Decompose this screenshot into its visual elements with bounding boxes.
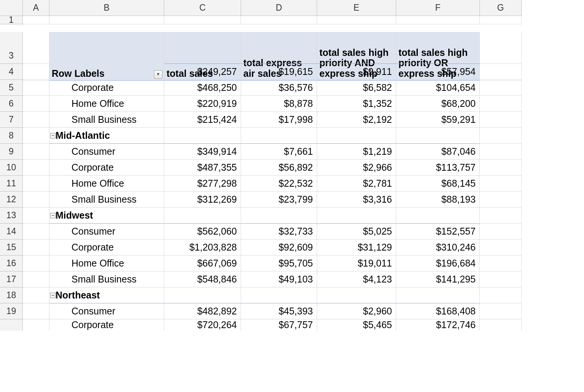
value-cell[interactable]: $7,661	[241, 144, 317, 160]
value-cell[interactable]: $168,408	[396, 303, 480, 319]
value-cell[interactable]: $720,264	[164, 319, 241, 331]
row-header[interactable]: 4	[0, 64, 23, 80]
row-header[interactable]: 10	[0, 160, 23, 176]
value-cell[interactable]: $1,219	[317, 144, 396, 160]
cell[interactable]	[23, 240, 49, 256]
value-cell[interactable]: $1,352	[317, 96, 396, 112]
row-header[interactable]: 9	[0, 144, 23, 160]
row-header[interactable]: 3	[0, 48, 23, 64]
col-header-D[interactable]: D	[241, 0, 317, 16]
value-cell[interactable]: $2,192	[317, 112, 396, 128]
value-cell[interactable]: $19,011	[317, 256, 396, 271]
value-cell[interactable]: $2,960	[317, 303, 396, 319]
select-all-corner[interactable]	[0, 0, 23, 16]
value-cell[interactable]: $88,193	[396, 192, 480, 208]
collapse-icon[interactable]: −	[50, 133, 56, 138]
cell[interactable]	[480, 112, 522, 128]
cell[interactable]	[480, 96, 522, 112]
filter-dropdown-button[interactable]: ▼	[154, 70, 162, 79]
value-cell[interactable]: $220,919	[164, 96, 241, 112]
value-cell[interactable]: $22,532	[241, 176, 317, 192]
row-header[interactable]: 12	[0, 192, 23, 208]
cell[interactable]	[480, 128, 522, 144]
cell[interactable]	[480, 192, 522, 208]
pivot-segment-row[interactable]: Small Business	[49, 271, 164, 287]
pivot-region-row[interactable]: −Northeast	[49, 287, 164, 303]
row-header[interactable]: 18	[0, 287, 23, 303]
value-cell[interactable]	[317, 208, 396, 224]
value-cell[interactable]	[164, 287, 241, 303]
cell[interactable]	[23, 319, 49, 331]
row-header[interactable]: 5	[0, 80, 23, 96]
col-header-A[interactable]: A	[23, 0, 49, 16]
col-header-F[interactable]: F	[396, 0, 480, 16]
row-header[interactable]: 16	[0, 256, 23, 271]
pivot-segment-row[interactable]: Consumer	[49, 224, 164, 240]
value-cell[interactable]: $482,892	[164, 303, 241, 319]
cell[interactable]	[480, 271, 522, 287]
row-header[interactable]: 14	[0, 224, 23, 240]
value-cell[interactable]: $8,878	[241, 96, 317, 112]
cell[interactable]	[23, 176, 49, 192]
value-cell[interactable]	[164, 208, 241, 224]
cell[interactable]	[480, 256, 522, 271]
value-cell[interactable]: $23,799	[241, 192, 317, 208]
value-cell[interactable]: $19,615	[241, 64, 317, 80]
cell[interactable]	[241, 16, 317, 24]
cell[interactable]	[23, 160, 49, 176]
value-cell[interactable]	[396, 287, 480, 303]
value-cell[interactable]	[164, 48, 241, 64]
value-cell[interactable]: $68,200	[396, 96, 480, 112]
value-cell[interactable]: $349,914	[164, 144, 241, 160]
cell[interactable]	[480, 48, 522, 64]
value-cell[interactable]: $2,966	[317, 160, 396, 176]
cell[interactable]	[164, 16, 241, 24]
value-cell[interactable]: $152,557	[396, 224, 480, 240]
cell[interactable]	[23, 16, 49, 24]
row-header[interactable]: 13	[0, 208, 23, 224]
value-cell[interactable]: $87,046	[396, 144, 480, 160]
value-cell[interactable]: $310,246	[396, 240, 480, 256]
value-cell[interactable]: $45,393	[241, 303, 317, 319]
row-header[interactable]: 15	[0, 240, 23, 256]
value-cell[interactable]: $548,846	[164, 271, 241, 287]
value-cell[interactable]: $113,757	[396, 160, 480, 176]
value-cell[interactable]	[317, 128, 396, 144]
cell[interactable]	[23, 303, 49, 319]
value-cell[interactable]: $6,582	[317, 80, 396, 96]
cell[interactable]	[23, 96, 49, 112]
value-cell[interactable]: $92,609	[241, 240, 317, 256]
cell[interactable]	[480, 80, 522, 96]
row-header[interactable]: 11	[0, 176, 23, 192]
cell[interactable]	[23, 224, 49, 240]
row-header[interactable]: 19	[0, 303, 23, 319]
cell[interactable]	[480, 176, 522, 192]
value-cell[interactable]	[396, 48, 480, 64]
value-cell[interactable]: $67,757	[241, 319, 317, 331]
value-cell[interactable]: $172,746	[396, 319, 480, 331]
value-cell[interactable]: $36,576	[241, 80, 317, 96]
value-cell[interactable]: $249,257	[164, 64, 241, 80]
col-header-G[interactable]: G	[480, 0, 522, 16]
collapse-icon[interactable]: −	[50, 213, 56, 218]
value-cell[interactable]: $2,781	[317, 176, 396, 192]
pivot-segment-row[interactable]: Home Office	[49, 176, 164, 192]
value-cell[interactable]: $468,250	[164, 80, 241, 96]
row-header[interactable]: 1	[0, 16, 23, 24]
pivot-segment-row[interactable]: Home Office	[49, 96, 164, 112]
value-cell[interactable]: $17,998	[241, 112, 317, 128]
cell[interactable]	[23, 144, 49, 160]
cell[interactable]	[23, 128, 49, 144]
cell[interactable]	[23, 271, 49, 287]
value-cell[interactable]: $68,145	[396, 176, 480, 192]
value-cell[interactable]: $3,316	[317, 192, 396, 208]
cell[interactable]	[480, 144, 522, 160]
pivot-segment-row[interactable]: Small Business	[49, 112, 164, 128]
pivot-segment-row[interactable]: Corporate	[49, 160, 164, 176]
cell[interactable]	[480, 16, 522, 24]
value-cell[interactable]: $32,733	[241, 224, 317, 240]
col-header-C[interactable]: C	[164, 0, 241, 16]
cell[interactable]	[480, 160, 522, 176]
value-cell[interactable]: $56,892	[241, 160, 317, 176]
value-cell[interactable]	[164, 128, 241, 144]
